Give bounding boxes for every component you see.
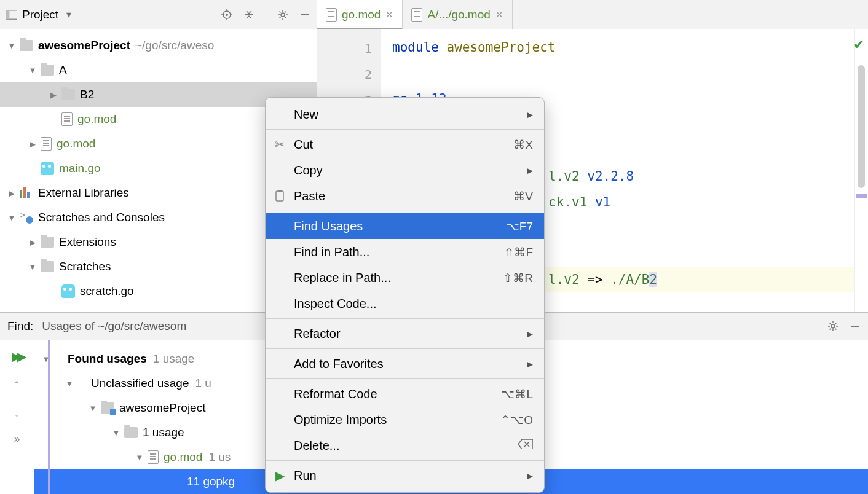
- menu-label: Run: [294, 469, 317, 483]
- usage-count: 1 u: [195, 377, 211, 390]
- menu-separator: [266, 318, 544, 319]
- find-row-label: 11 gopkg: [187, 475, 235, 488]
- menu-add-favorites[interactable]: Add to Favorites ▶: [266, 351, 544, 377]
- menu-paste[interactable]: Paste ⌘V: [266, 183, 544, 209]
- tree-item-label: scratch.go: [80, 284, 134, 298]
- expand-arrow-icon[interactable]: ▶: [27, 139, 38, 149]
- tab-label: go.mod: [342, 8, 381, 22]
- expand-arrow-icon[interactable]: ▼: [87, 404, 98, 413]
- shortcut-label: ⌃⌥O: [500, 413, 533, 427]
- minimize-icon[interactable]: [299, 9, 310, 20]
- menu-new[interactable]: New ▶: [266, 101, 544, 127]
- menu-label: Replace in Path...: [294, 271, 391, 285]
- file-icon: [41, 137, 52, 151]
- run-icon: ▶: [273, 469, 286, 482]
- menu-refactor[interactable]: Refactor ▶: [266, 321, 544, 347]
- expand-arrow-icon[interactable]: ▼: [6, 213, 17, 222]
- folder-icon: [20, 40, 33, 51]
- close-icon[interactable]: ✕: [385, 9, 393, 20]
- gear-icon[interactable]: [827, 321, 838, 332]
- project-root-row[interactable]: ▼ awesomeProject ~/go/src/aweso: [0, 33, 317, 58]
- menu-replace-in-path[interactable]: Replace in Path... ⇧⌘R: [266, 265, 544, 291]
- menu-reformat-code[interactable]: Reformat Code ⌥⌘L: [266, 381, 544, 407]
- svg-point-11: [831, 324, 835, 328]
- prev-occurrence-icon[interactable]: ↑: [14, 376, 20, 392]
- scrollbar-mark[interactable]: [856, 194, 867, 198]
- project-root-name: awesomeProject: [38, 39, 130, 52]
- expand-arrow-icon[interactable]: ▼: [64, 379, 75, 388]
- menu-cut[interactable]: ✂ Cut ⌘X: [266, 131, 544, 157]
- chevron-down-icon[interactable]: ▾: [63, 9, 74, 20]
- expand-arrow-icon[interactable]: ▼: [134, 453, 145, 462]
- menu-inspect-code[interactable]: Inspect Code...: [266, 291, 544, 316]
- folder-icon: [41, 237, 54, 248]
- locate-icon[interactable]: [221, 9, 232, 20]
- more-icon[interactable]: »: [14, 433, 20, 445]
- folder-icon: [124, 427, 138, 438]
- file-icon: [411, 8, 422, 22]
- shortcut-label: ⌘V: [513, 189, 533, 203]
- tab-label: A/.../go.mod: [427, 8, 490, 22]
- editor-tab-gomod[interactable]: go.mod ✕: [317, 0, 403, 29]
- expand-arrow-icon[interactable]: ▼: [27, 66, 38, 75]
- file-icon: [326, 8, 337, 22]
- menu-delete[interactable]: Delete...: [266, 433, 544, 458]
- folder-icon: [101, 402, 114, 414]
- next-occurrence-icon[interactable]: ↓: [14, 404, 20, 420]
- usage-count: 1 usage: [153, 352, 195, 366]
- check-icon[interactable]: ✔: [853, 37, 864, 53]
- expand-arrow-icon[interactable]: ▼: [6, 41, 17, 50]
- minimize-icon[interactable]: [850, 321, 861, 332]
- collapse-icon[interactable]: [243, 9, 254, 20]
- project-view-icon[interactable]: [6, 9, 17, 20]
- menu-label: Reformat Code: [294, 387, 377, 401]
- library-icon: [20, 187, 33, 198]
- find-toolbar: ▶▶ ↑ ↓ »: [0, 340, 34, 494]
- shortcut-label: ⌘X: [513, 138, 533, 152]
- line-number: 1: [317, 36, 372, 61]
- scrollbar-thumb[interactable]: [858, 65, 865, 188]
- tree-marker: [48, 340, 50, 494]
- menu-label: New: [294, 108, 318, 122]
- menu-label: Inspect Code...: [294, 297, 377, 311]
- expand-arrow-icon[interactable]: ▶: [27, 238, 38, 247]
- menu-label: Paste: [294, 189, 325, 203]
- tree-item-folder-a[interactable]: ▼ A: [0, 58, 317, 82]
- svg-rect-14: [278, 190, 282, 192]
- menu-optimize-imports[interactable]: Optimize Imports ⌃⌥O: [266, 407, 544, 433]
- menu-find-usages[interactable]: Find Usages ⌥F7: [266, 213, 544, 239]
- gopher-icon: [61, 284, 75, 298]
- tree-item-label: A: [59, 63, 67, 77]
- menu-run[interactable]: ▶ Run ▶: [266, 463, 544, 488]
- submenu-arrow-icon: ▶: [527, 110, 533, 119]
- gear-icon[interactable]: [277, 9, 288, 20]
- line-number: 2: [317, 61, 372, 87]
- menu-find-in-path[interactable]: Find in Path... ⇧⌘F: [266, 239, 544, 265]
- svg-point-9: [281, 13, 285, 17]
- editor-tab-gomod-a[interactable]: A/.../go.mod ✕: [403, 0, 512, 29]
- menu-label: Optimize Imports: [294, 413, 387, 427]
- file-icon: [148, 450, 159, 464]
- file-icon: [61, 112, 73, 126]
- close-icon[interactable]: ✕: [495, 9, 503, 20]
- tree-item-label: main.go: [59, 162, 101, 175]
- menu-separator: [266, 378, 544, 379]
- submenu-arrow-icon: ▶: [527, 166, 533, 175]
- menu-copy[interactable]: Copy ▶: [266, 157, 544, 183]
- expand-arrow-icon[interactable]: ▶: [6, 189, 17, 198]
- folder-icon: [41, 261, 54, 272]
- context-menu: New ▶ ✂ Cut ⌘X Copy ▶ Paste ⌘V Find Usag…: [265, 97, 545, 493]
- rerun-icon[interactable]: ▶▶: [12, 349, 23, 364]
- paste-icon: [273, 189, 286, 203]
- expand-arrow-icon[interactable]: ▼: [27, 262, 38, 272]
- scratches-icon: [20, 211, 33, 224]
- expand-arrow-icon[interactable]: ▼: [111, 428, 122, 437]
- tree-item-label: Scratches: [59, 260, 111, 273]
- expand-arrow-icon[interactable]: ▶: [48, 90, 59, 100]
- project-label[interactable]: Project: [22, 8, 58, 22]
- shortcut-label: ⌥F7: [506, 219, 533, 233]
- tree-item-label: B2: [80, 88, 94, 101]
- submenu-arrow-icon: ▶: [527, 329, 533, 339]
- menu-label: Find Usages: [294, 219, 363, 233]
- delete-key-icon: [518, 439, 533, 452]
